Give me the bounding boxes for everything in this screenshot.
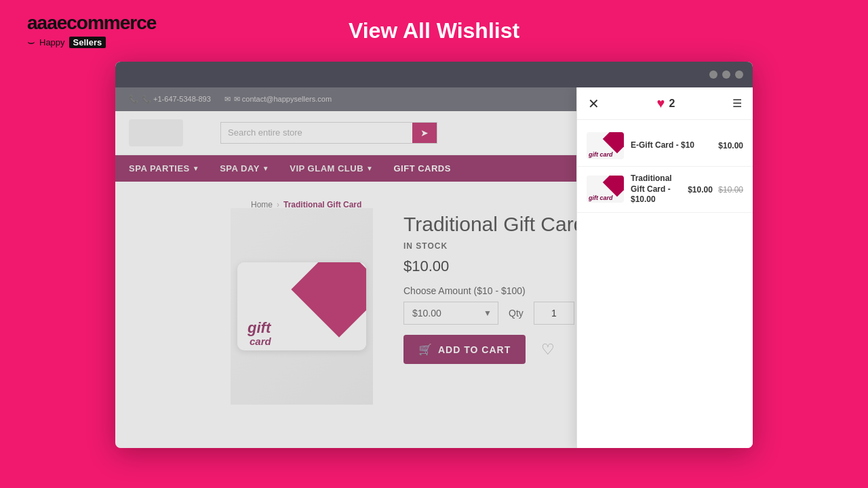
search-button[interactable]: ➤ — [412, 123, 437, 143]
ribbon-decoration — [291, 262, 366, 338]
wishlist-item-old-price-2: $10.00 — [718, 185, 743, 195]
nav-vip-glam-club[interactable]: VIP GLAM CLUB ▼ — [290, 155, 373, 182]
browser-window: 📞 📞 +1-647-5348-893 ✉ ✉ contact@happysel… — [115, 62, 753, 448]
breadcrumb-separator: › — [277, 200, 279, 209]
browser-dot-1 — [709, 70, 717, 79]
browser-chrome — [115, 62, 753, 87]
breadcrumb-home[interactable]: Home — [251, 200, 273, 209]
wishlist-item-thumbnail-1: gift card — [587, 132, 624, 159]
wishlist-item-thumbnail-2: gift card — [587, 176, 624, 203]
logo-sub: ⌣ Happy Sellers — [27, 35, 156, 49]
gift-card-visual: gift card — [237, 262, 366, 350]
breadcrumb-current: Traditional Gift Card — [283, 200, 361, 209]
phone-number: 📞 +1-647-5348-893 — [142, 95, 211, 104]
topbar-phone: 📞 📞 +1-647-5348-893 — [129, 95, 211, 104]
thumb-ribbon-2 — [603, 176, 624, 197]
site-content: 📞 📞 +1-647-5348-893 ✉ ✉ contact@happysel… — [115, 87, 753, 448]
page-header: aaaecommerce ⌣ Happy Sellers View All Wi… — [0, 0, 868, 62]
email-address: ✉ contact@happysellers.com — [234, 95, 332, 104]
email-icon: ✉ — [224, 95, 231, 104]
site-logo-image — [129, 119, 183, 146]
close-wishlist-button[interactable]: ✕ — [588, 97, 599, 110]
wishlist-panel: ✕ ♥ 2 ☰ gift card E-Gift Card - $10 — [576, 87, 753, 448]
wishlist-item-price-area-2: $10.00 $10.00 — [688, 183, 743, 195]
page-title: View All Wishlist — [349, 18, 519, 43]
logo-sellers: Sellers — [69, 37, 106, 48]
phone-icon: 📞 — [129, 95, 138, 104]
wishlist-items-list: gift card E-Gift Card - $10 $10.00 gift … — [577, 120, 753, 218]
search-input[interactable]: Search entire store — [221, 123, 412, 143]
topbar-email: ✉ ✉ contact@happysellers.com — [224, 95, 332, 104]
card-text: card — [250, 336, 271, 347]
wishlist-item-info-1: E-Gift Card - $10 — [631, 140, 711, 151]
breadcrumb: Home › Traditional Gift Card — [231, 193, 382, 216]
thumb-ribbon-1 — [603, 132, 624, 153]
qty-label: Qty — [509, 308, 524, 319]
add-to-cart-button[interactable]: 🛒 ADD TO CART — [403, 335, 526, 364]
cart-icon-in-button: 🛒 — [418, 343, 433, 356]
gift-text: gift — [248, 319, 271, 337]
wishlist-item-count: 2 — [669, 98, 675, 110]
chevron-down-icon: ▼ — [193, 165, 199, 172]
browser-dots — [709, 70, 743, 79]
wishlist-count-area: ♥ 2 — [657, 96, 675, 111]
logo-happy: Happy — [39, 37, 65, 47]
logo-area: aaaecommerce ⌣ Happy Sellers — [27, 12, 156, 49]
thumb-text-1: gift card — [589, 151, 613, 158]
heart-icon: ♡ — [541, 341, 555, 359]
wishlist-item-price-1: $10.00 — [718, 141, 743, 150]
chevron-down-icon: ▼ — [262, 165, 269, 172]
wishlist-item-info-2: Traditional Gift Card - $10.00 — [631, 174, 681, 205]
search-box: Search entire store ➤ — [220, 122, 437, 144]
logo-ecommerce: ecommerce — [57, 12, 157, 33]
add-to-cart-label: ADD TO CART — [438, 344, 511, 355]
nav-gift-cards[interactable]: GIFT CARDS — [393, 155, 450, 182]
wishlist-item-name-2: Traditional Gift Card - $10.00 — [631, 174, 681, 205]
logo-text: aaaecommerce — [27, 12, 156, 34]
search-area: Search entire store ➤ — [220, 122, 585, 144]
wishlist-count-heart-icon: ♥ — [657, 96, 665, 111]
browser-dot-2 — [722, 70, 730, 79]
logo-aaa: aaa — [27, 12, 57, 33]
nav-spa-parties[interactable]: SPA PARTIES ▼ — [129, 155, 199, 182]
wishlist-menu-icon[interactable]: ☰ — [732, 97, 742, 110]
amount-select-wrapper: $10.00 ▼ — [403, 302, 498, 325]
logo-smile-icon: ⌣ — [27, 35, 35, 49]
wishlist-panel-header: ✕ ♥ 2 ☰ — [577, 87, 753, 120]
nav-spa-day[interactable]: SPA DAY ▼ — [220, 155, 269, 182]
qty-input[interactable]: 1 — [534, 302, 574, 325]
wishlist-item: gift card Traditional Gift Card - $10.00… — [577, 167, 753, 213]
product-image-area: gift card — [231, 208, 373, 405]
amount-select[interactable]: $10.00 — [403, 302, 498, 325]
thumb-text-2: gift card — [589, 195, 613, 201]
browser-dot-3 — [735, 70, 743, 79]
add-to-wishlist-button[interactable]: ♡ — [534, 336, 562, 364]
wishlist-item: gift card E-Gift Card - $10 $10.00 — [577, 125, 753, 167]
wishlist-item-price-2: $10.00 — [688, 185, 713, 195]
chevron-down-icon: ▼ — [366, 165, 373, 172]
wishlist-item-name-1: E-Gift Card - $10 — [631, 140, 711, 151]
site-logo-placeholder — [129, 119, 210, 146]
